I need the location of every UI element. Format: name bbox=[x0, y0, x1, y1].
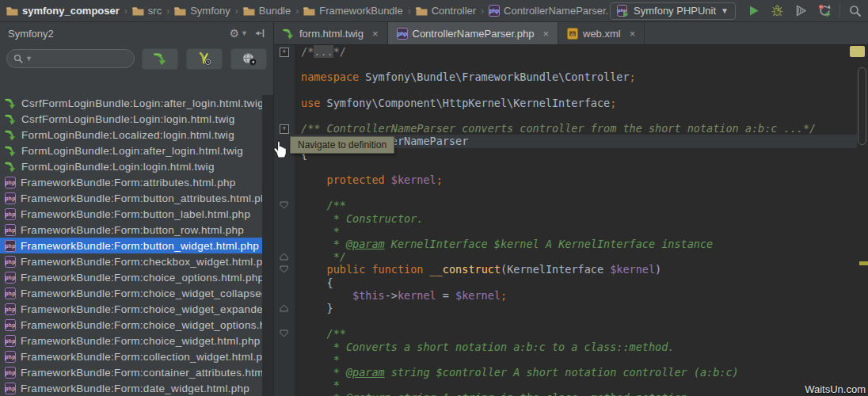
svg-text:php: php bbox=[6, 180, 16, 186]
file-label: FrameworkBundle:Form:choice_widget.html.… bbox=[21, 335, 261, 347]
search-everywhere-button[interactable] bbox=[848, 4, 862, 17]
list-item[interactable]: FormLoginBundle:Login:after_login.html.t… bbox=[0, 143, 263, 158]
list-item[interactable]: phpFrameworkBundle:Form:choice_widget_op… bbox=[0, 317, 263, 333]
code-line bbox=[295, 314, 857, 328]
debug-button[interactable] bbox=[771, 4, 784, 17]
list-item[interactable]: phpFrameworkBundle:Form:choice_options.h… bbox=[0, 269, 263, 285]
folder-icon bbox=[174, 6, 186, 16]
breadcrumb-item[interactable]: Symfony bbox=[174, 5, 230, 17]
tab-form-html-twig[interactable]: form.html.twig× bbox=[274, 22, 388, 44]
templates-filter-button[interactable] bbox=[142, 48, 178, 70]
warning-stripe-mark[interactable] bbox=[859, 261, 868, 265]
list-item[interactable]: phpFrameworkBundle:Form:collection_widge… bbox=[0, 348, 263, 364]
code-token: @return bbox=[346, 391, 391, 396]
twig-icon bbox=[5, 129, 17, 141]
code-token: (KernelInterface bbox=[501, 263, 610, 276]
tab-controllernameparser-php[interactable]: phpControllerNameParser.php× bbox=[388, 22, 559, 44]
twig-icon bbox=[283, 28, 295, 40]
list-item[interactable]: phpFrameworkBundle:Form:attributes.html.… bbox=[0, 174, 263, 190]
routes-filter-button[interactable] bbox=[230, 48, 267, 70]
breadcrumb-item[interactable]: Controller bbox=[416, 5, 476, 17]
fold-expand-icon[interactable]: + bbox=[280, 124, 289, 134]
breadcrumb-item[interactable]: FrameworkBundle bbox=[303, 5, 403, 17]
list-item[interactable]: FormLoginBundle:Localized:login.html.twi… bbox=[0, 127, 263, 143]
run-config-label: Symfony PHPUnit bbox=[634, 5, 716, 17]
svg-text:‹/›: ‹/› bbox=[570, 31, 574, 36]
code-token: /** bbox=[301, 327, 346, 340]
list-item[interactable]: phpFrameworkBundle:Form:choice_widget.ht… bbox=[0, 333, 263, 348]
run-button[interactable] bbox=[747, 4, 760, 17]
profile-button[interactable] bbox=[818, 4, 832, 17]
list-item[interactable]: CsrfFormLoginBundle:Login:after_login.ht… bbox=[0, 95, 263, 111]
breadcrumb-item[interactable]: src bbox=[132, 5, 162, 17]
code-token bbox=[385, 173, 391, 186]
globe-icon bbox=[242, 51, 257, 66]
tab-web-xml[interactable]: ‹/›web.xml× bbox=[558, 22, 645, 44]
list-item[interactable]: phpFrameworkBundle:Form:button_widget.ht… bbox=[0, 238, 263, 253]
code-token: Symfony\Bundle\FrameworkBundle\Controlle… bbox=[359, 70, 629, 83]
editor[interactable]: ++ /*...*/namespace Symfony\Bundle\Frame… bbox=[274, 45, 868, 396]
fold-down-icon[interactable] bbox=[280, 329, 288, 337]
code-token: /** bbox=[301, 199, 346, 211]
fold-up-icon[interactable] bbox=[280, 253, 288, 261]
list-item[interactable]: phpFrameworkBundle:Form:button_row.html.… bbox=[0, 222, 263, 238]
code-line: * @param string $controller A short nota… bbox=[295, 366, 857, 379]
list-item[interactable]: FormLoginBundle:Login:login.html.twig bbox=[0, 158, 263, 174]
file-label: FrameworkBundle:Form:button_label.html.p… bbox=[21, 208, 250, 220]
fold-up-icon[interactable] bbox=[280, 304, 288, 312]
file-label: FrameworkBundle:Form:choice_widget_optio… bbox=[21, 319, 263, 331]
php-file-icon: php bbox=[5, 177, 16, 188]
breadcrumb-item[interactable]: Bundle bbox=[243, 5, 291, 17]
main-toolbar: symfony_composer›src›Symfony›Bundle›Fram… bbox=[0, 0, 868, 22]
list-item[interactable]: phpFrameworkBundle:Form:button_label.htm… bbox=[0, 206, 263, 222]
fold-expand-icon[interactable]: + bbox=[280, 48, 289, 57]
fold-down-icon[interactable] bbox=[280, 201, 288, 209]
code-token: = bbox=[436, 289, 455, 302]
file-label: FrameworkBundle:Form:button_row.html.php bbox=[21, 224, 244, 236]
list-item[interactable]: phpFrameworkBundle:Form:checkbox_widget.… bbox=[0, 253, 263, 269]
fold-down-icon[interactable] bbox=[280, 265, 288, 273]
svg-text:php: php bbox=[489, 8, 499, 14]
run-with-coverage-button[interactable] bbox=[794, 4, 808, 17]
controllers-filter-button[interactable] bbox=[186, 48, 223, 70]
gear-icon[interactable]: ⚙ bbox=[230, 27, 240, 40]
php-file-icon: php bbox=[5, 367, 16, 379]
code-token: */ bbox=[333, 45, 346, 58]
toolbar-run-actions bbox=[747, 4, 832, 17]
code-token: string $controller A short notation cont… bbox=[385, 366, 739, 379]
breadcrumb-label: ControllerNameParser. bbox=[504, 5, 608, 17]
svg-text:php: php bbox=[6, 211, 16, 218]
run-config-select[interactable]: php Symfony PHPUnit ▼ bbox=[610, 2, 736, 20]
list-item[interactable]: phpFrameworkBundle:Form:button_attribute… bbox=[0, 190, 263, 206]
code-token: kernel bbox=[398, 289, 436, 302]
code-token bbox=[301, 173, 327, 186]
svg-text:php: php bbox=[6, 322, 16, 329]
inspections-indicator[interactable] bbox=[850, 46, 865, 57]
code-line bbox=[295, 186, 857, 200]
close-icon[interactable]: × bbox=[630, 28, 636, 40]
watermark: WaitsUn.com bbox=[805, 383, 866, 395]
svg-text:php: php bbox=[6, 227, 16, 234]
twig-arrow-icon bbox=[153, 51, 168, 66]
editor-scrollbar[interactable] bbox=[858, 67, 866, 145]
svg-text:php: php bbox=[618, 8, 626, 13]
close-icon[interactable]: × bbox=[542, 28, 549, 40]
code-line: * Constructor. bbox=[295, 212, 857, 226]
code-token: * bbox=[301, 353, 340, 366]
close-icon[interactable]: × bbox=[372, 28, 379, 40]
file-label: FrameworkBundle:Form:choice_options.html… bbox=[21, 272, 263, 284]
breadcrumb-item[interactable]: symfony_composer bbox=[6, 5, 120, 17]
list-item[interactable]: phpFrameworkBundle:Form:choice_widget_ex… bbox=[0, 301, 263, 317]
list-item[interactable]: phpFrameworkBundle:Form:choice_widget_co… bbox=[0, 285, 263, 301]
bug-icon bbox=[771, 4, 784, 17]
php-file-icon: php bbox=[5, 272, 16, 284]
list-item[interactable]: phpFrameworkBundle:Form:container_attrib… bbox=[0, 364, 263, 380]
list-item[interactable]: phpFrameworkBundle:Form:date_widget.html… bbox=[0, 380, 263, 396]
code-token: ... bbox=[314, 45, 333, 58]
breadcrumb-item[interactable]: phpControllerNameParser. bbox=[489, 5, 608, 17]
list-item[interactable]: CsrfFormLoginBundle:Login:login.html.twi… bbox=[0, 111, 263, 127]
panel-search-input[interactable]: ▼ bbox=[6, 49, 135, 68]
code-token: __construct bbox=[430, 263, 501, 276]
hide-panel-button[interactable] bbox=[254, 28, 265, 39]
code-line: use Symfony\Component\HttpKernel\KernelI… bbox=[295, 97, 857, 110]
